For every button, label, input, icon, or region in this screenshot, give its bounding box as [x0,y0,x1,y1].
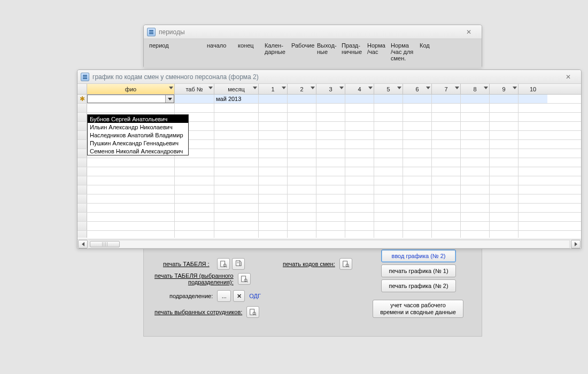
hours-summary-button[interactable]: учет часов рабочего времени и сводные да… [373,300,463,318]
cell-day[interactable] [374,95,403,103]
label-print-tabel[interactable]: печать ТАБЕЛЯ : [163,261,210,267]
cell[interactable] [288,113,316,121]
cell[interactable] [288,185,316,194]
cell[interactable] [519,222,547,230]
cell[interactable] [259,113,288,121]
scroll-thumb[interactable] [90,241,120,247]
cell[interactable] [87,167,175,176]
row-selector-header[interactable] [78,84,87,94]
table-row[interactable] [78,194,581,204]
cell[interactable] [288,176,316,185]
cell[interactable] [490,194,519,203]
col-day-8[interactable]: 8 [461,84,490,94]
col-month[interactable]: месяц [214,84,259,94]
cell[interactable] [175,231,214,238]
col-day-7[interactable]: 7 [432,84,461,94]
cell[interactable] [345,113,374,121]
cell[interactable] [288,131,316,139]
row-selector[interactable] [78,231,87,238]
cell[interactable] [316,158,345,167]
cell[interactable] [374,158,403,167]
cell[interactable] [490,167,519,176]
cell[interactable] [288,213,316,221]
cell[interactable] [432,104,461,112]
cell[interactable] [403,194,432,203]
col-tabno[interactable]: таб № [175,84,214,94]
cell[interactable] [87,158,175,167]
cell[interactable] [432,231,461,238]
cell[interactable] [374,222,403,230]
print-schedule-1-button[interactable]: печать графика (№ 1) [381,264,456,277]
row-selector[interactable] [78,158,87,167]
col-day-1[interactable]: 1 [259,84,288,94]
label-print-tabel-dept[interactable]: печать ТАБЕЛЯ (выбранного подразделения)… [154,272,234,285]
cell[interactable] [490,222,519,230]
cell[interactable] [461,149,490,158]
cell[interactable] [432,158,461,167]
cell[interactable] [214,131,259,139]
cell[interactable] [259,140,288,149]
cell[interactable] [214,140,259,149]
cell[interactable] [461,231,490,238]
cell[interactable] [403,113,432,121]
cell[interactable] [345,104,374,112]
cell[interactable] [175,194,214,203]
cell[interactable] [519,204,547,212]
cell[interactable] [490,149,519,158]
cell[interactable] [519,113,547,121]
cell[interactable] [175,176,214,185]
cell[interactable] [345,122,374,130]
cell[interactable] [461,194,490,203]
cell[interactable] [461,213,490,221]
cell[interactable] [403,158,432,167]
cell[interactable] [345,222,374,230]
cell[interactable] [519,231,547,238]
cell[interactable] [214,122,259,130]
chevron-down-icon[interactable] [165,95,174,103]
cell[interactable] [374,185,403,194]
fio-combobox[interactable] [87,95,174,103]
row-selector[interactable] [78,104,87,112]
col-day-3[interactable]: 3 [316,84,345,94]
cell[interactable] [345,167,374,176]
table-row[interactable] [78,213,581,222]
cell[interactable] [345,131,374,139]
row-selector[interactable] [78,140,87,149]
cell[interactable] [374,167,403,176]
scroll-left-button[interactable] [78,240,88,248]
cell[interactable] [432,204,461,212]
cell[interactable] [490,176,519,185]
cell[interactable] [432,185,461,194]
cell[interactable] [259,149,288,158]
cell[interactable] [490,131,519,139]
cell[interactable] [288,104,316,112]
cell[interactable] [374,231,403,238]
periods-titlebar[interactable]: периоды ✕ [144,25,482,39]
cell[interactable] [432,167,461,176]
cell[interactable] [519,213,547,221]
cell[interactable] [403,104,432,112]
col-day-4[interactable]: 4 [345,84,374,94]
cell[interactable] [461,122,490,130]
cell-day[interactable] [490,95,519,103]
cell[interactable] [259,122,288,130]
input-schedule-2-button[interactable]: ввод графика (№ 2) [381,250,456,262]
cell[interactable] [432,222,461,230]
dept-picker-button[interactable]: ... [217,290,231,302]
grid-titlebar[interactable]: график по кодам смен у сменного персонал… [78,70,581,84]
row-selector[interactable] [78,113,87,121]
cell[interactable] [87,104,175,112]
cell[interactable] [461,185,490,194]
row-selector[interactable] [78,176,87,185]
cell[interactable] [316,231,345,238]
label-print-selected[interactable]: печать выбранных сотрудников: [154,309,242,315]
cell[interactable] [214,204,259,212]
cell[interactable] [403,204,432,212]
cell[interactable] [374,176,403,185]
cell[interactable] [374,113,403,121]
cell[interactable] [490,204,519,212]
cell[interactable] [461,204,490,212]
cell[interactable] [403,167,432,176]
cell[interactable] [490,158,519,167]
cell[interactable] [316,194,345,203]
